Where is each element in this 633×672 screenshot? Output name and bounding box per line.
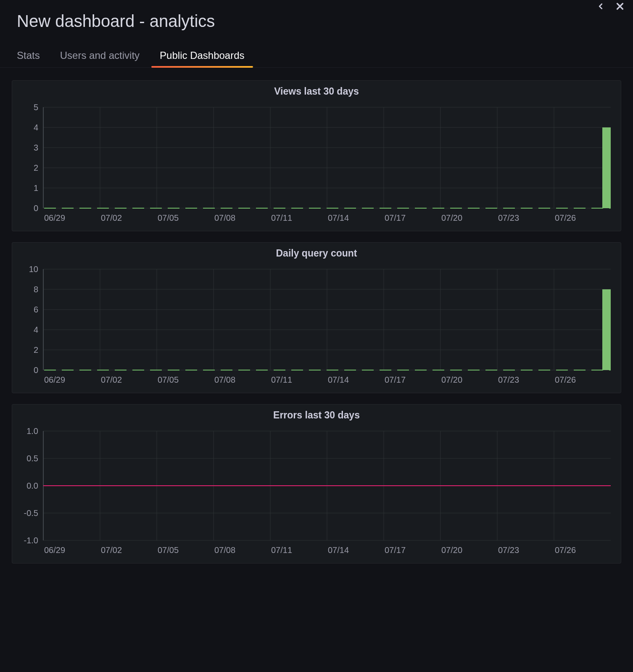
svg-text:07/08: 07/08 [214, 375, 235, 384]
svg-text:5: 5 [34, 103, 38, 112]
svg-rect-61 [602, 289, 611, 370]
close-icon[interactable] [615, 1, 625, 12]
panel-title-errors: Errors last 30 days [18, 410, 615, 421]
tab-stats[interactable]: Stats [17, 50, 40, 67]
svg-text:07/14: 07/14 [328, 375, 349, 384]
svg-text:07/20: 07/20 [441, 375, 462, 384]
svg-text:07/02: 07/02 [101, 213, 122, 222]
svg-text:07/14: 07/14 [328, 545, 349, 555]
svg-text:07/20: 07/20 [441, 545, 462, 555]
svg-text:07/11: 07/11 [271, 545, 292, 555]
panel-errors: Errors last 30 days-1.0-0.50.00.51.006/2… [12, 404, 621, 564]
panel-title-views: Views last 30 days [18, 86, 615, 97]
svg-text:0.0: 0.0 [26, 481, 38, 490]
svg-text:07/23: 07/23 [498, 213, 519, 222]
svg-text:07/26: 07/26 [555, 545, 576, 555]
svg-text:07/08: 07/08 [214, 213, 235, 222]
svg-text:07/11: 07/11 [271, 213, 292, 222]
svg-text:10: 10 [29, 265, 38, 274]
chart-errors: -1.0-0.50.00.51.006/2907/0207/0507/0807/… [18, 426, 615, 557]
svg-text:2: 2 [34, 345, 38, 355]
chart-views: 01234506/2907/0207/0507/0807/1107/1407/1… [18, 102, 615, 225]
svg-text:07/11: 07/11 [271, 375, 292, 384]
svg-text:1: 1 [34, 183, 38, 193]
svg-text:07/17: 07/17 [385, 545, 406, 555]
svg-text:-1.0: -1.0 [24, 536, 38, 545]
svg-text:06/29: 06/29 [44, 375, 65, 384]
tab-public-dashboards[interactable]: Public Dashboards [160, 50, 244, 67]
svg-text:3: 3 [34, 143, 38, 152]
svg-text:6: 6 [34, 305, 38, 314]
chart-queries: 024681006/2907/0207/0507/0807/1107/1407/… [18, 264, 615, 387]
panel-title-queries: Daily query count [18, 248, 615, 259]
svg-text:1.0: 1.0 [26, 426, 38, 436]
svg-text:06/29: 06/29 [44, 213, 65, 222]
svg-text:07/14: 07/14 [328, 213, 349, 222]
svg-text:07/23: 07/23 [498, 545, 519, 555]
svg-text:0: 0 [34, 204, 38, 213]
svg-text:07/17: 07/17 [385, 213, 406, 222]
svg-text:4: 4 [34, 325, 38, 334]
svg-text:07/23: 07/23 [498, 375, 519, 384]
svg-text:07/05: 07/05 [158, 545, 179, 555]
panel-queries: Daily query count024681006/2907/0207/050… [12, 242, 621, 393]
svg-text:07/02: 07/02 [101, 375, 122, 384]
svg-text:07/02: 07/02 [101, 545, 122, 555]
svg-text:06/29: 06/29 [44, 545, 65, 555]
svg-text:0.5: 0.5 [26, 454, 38, 463]
svg-text:8: 8 [34, 285, 38, 294]
svg-rect-26 [602, 127, 611, 208]
svg-text:2: 2 [34, 163, 38, 172]
svg-text:07/20: 07/20 [441, 213, 462, 222]
svg-text:07/05: 07/05 [158, 375, 179, 384]
svg-text:07/17: 07/17 [385, 375, 406, 384]
svg-text:0: 0 [34, 365, 38, 375]
svg-text:4: 4 [34, 123, 38, 132]
panel-views: Views last 30 days01234506/2907/0207/050… [12, 80, 621, 231]
svg-text:07/26: 07/26 [555, 213, 576, 222]
svg-text:-0.5: -0.5 [24, 508, 38, 518]
svg-text:07/08: 07/08 [214, 545, 235, 555]
back-icon[interactable] [596, 2, 605, 11]
tabs: Stats Users and activity Public Dashboar… [0, 31, 633, 68]
svg-text:07/26: 07/26 [555, 375, 576, 384]
svg-text:07/05: 07/05 [158, 213, 179, 222]
tab-users-and-activity[interactable]: Users and activity [60, 50, 140, 67]
page-title: New dashboard - analytics [17, 12, 616, 31]
